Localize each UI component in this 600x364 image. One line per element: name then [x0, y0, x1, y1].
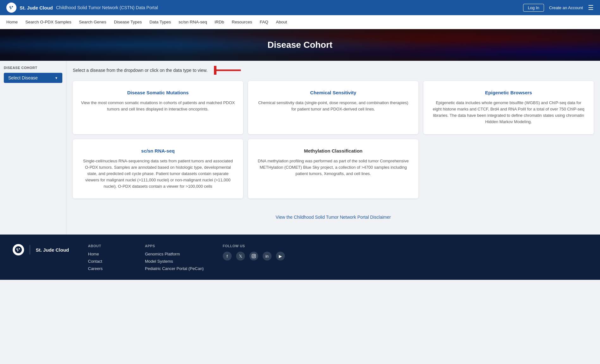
svg-point-4: [15, 246, 22, 253]
disclaimer-row: View the Childhood Solid Tumor Network P…: [73, 208, 594, 229]
hero-title: Disease Cohort: [267, 40, 332, 50]
card-epigenetic-body: Epigenetic data includes whole genome bi…: [431, 100, 586, 125]
footer-about-contact[interactable]: Contact: [88, 259, 126, 264]
footer-about-home[interactable]: Home: [88, 252, 126, 256]
main-content: DISEASE COHORT Select Disease ▼ Select a…: [0, 61, 600, 235]
sj-logo: [6, 3, 16, 13]
top-nav-right: Log In Create an Account ☰: [523, 4, 594, 12]
sidebar-section-label: DISEASE COHORT: [4, 66, 62, 70]
footer-brand-text: St. Jude Cloud: [36, 247, 69, 253]
linkedin-icon[interactable]: in: [263, 252, 272, 260]
nav-item-irdb[interactable]: iRDb: [215, 18, 224, 26]
card-methylation-title: Methylation Classification: [256, 148, 411, 154]
footer-follow-title: FOLLOW US: [223, 244, 285, 248]
nav-item-search-genes[interactable]: Search Genes: [79, 18, 106, 26]
footer-brand: St. Jude Cloud: [13, 244, 69, 255]
nav-item-scrna[interactable]: sc/sn RNA-seq: [178, 18, 207, 26]
footer: St. Jude Cloud ABOUT Home Contact Career…: [0, 235, 600, 280]
svg-point-7: [253, 255, 255, 257]
footer-apps-column: APPS Genomics Platform Model Systems Ped…: [145, 244, 204, 273]
card-somatic-body: View the most common somatic mutations i…: [80, 100, 235, 112]
card-rnaseq-title: sc/sn RNA-seq: [80, 148, 235, 154]
disclaimer-link[interactable]: View the Childhood Solid Tumor Network P…: [276, 215, 391, 220]
youtube-icon[interactable]: ▶: [276, 252, 285, 260]
nav-item-disease-types[interactable]: Disease Types: [114, 18, 142, 26]
nav-item-about[interactable]: About: [276, 18, 287, 26]
nav-item-home[interactable]: Home: [6, 18, 18, 26]
cards-grid-row1: Disease Somatic Mutations View the most …: [73, 81, 594, 134]
card-methylation[interactable]: Methylation Classification DNA methylati…: [248, 139, 418, 199]
card-somatic-title: Disease Somatic Mutations: [80, 90, 235, 95]
hamburger-menu-icon[interactable]: ☰: [588, 4, 594, 11]
facebook-icon[interactable]: f: [223, 252, 232, 260]
twitter-icon[interactable]: 𝕏: [236, 252, 245, 260]
dropdown-arrow-icon: ▼: [55, 76, 58, 80]
brand-subtitle: Childhood Solid Tumor Network (CSTN) Dat…: [56, 5, 158, 10]
instruction-text: Select a disease from the dropdown or cl…: [73, 68, 208, 73]
main-navigation: Home Search O-PDX Samples Search Genes D…: [0, 15, 600, 29]
red-arrow-indicator: [214, 66, 242, 75]
hero-banner: Disease Cohort: [0, 29, 600, 61]
svg-point-5: [19, 248, 20, 249]
card-epigenetic-title: Epigenetic Browsers: [431, 90, 586, 95]
footer-follow-column: FOLLOW US f 𝕏 in ▶: [223, 244, 285, 260]
card-somatic-mutations[interactable]: Disease Somatic Mutations View the most …: [73, 81, 243, 134]
social-icons-row: f 𝕏 in ▶: [223, 252, 285, 260]
card-rnaseq-body: Single-cell/nucleus RNA-sequencing data …: [80, 158, 235, 190]
footer-logo-icon: [13, 244, 24, 255]
instagram-icon[interactable]: [249, 252, 258, 260]
nav-item-search-opdx[interactable]: Search O-PDX Samples: [25, 18, 72, 26]
select-disease-button[interactable]: Select Disease ▼: [4, 73, 62, 83]
sidebar: DISEASE COHORT Select Disease ▼: [0, 61, 66, 235]
footer-about-careers[interactable]: Careers: [88, 266, 126, 271]
nav-item-data-types[interactable]: Data Types: [149, 18, 171, 26]
svg-point-1: [12, 6, 13, 7]
brand-name: St. Jude Cloud: [20, 5, 53, 10]
card-placeholder: [423, 139, 594, 199]
footer-brand-divider: [30, 245, 30, 254]
footer-apps-title: APPS: [145, 244, 204, 248]
card-chemical-body: Chemical sensitivity data (single-point,…: [256, 100, 411, 112]
instruction-row: Select a disease from the dropdown or cl…: [73, 66, 594, 75]
login-button[interactable]: Log In: [523, 4, 544, 12]
top-nav-left: St. Jude Cloud Childhood Solid Tumor Net…: [6, 3, 158, 13]
create-account-link[interactable]: Create an Account: [549, 5, 583, 10]
card-chemical-sensitivity[interactable]: Chemical Sensitivity Chemical sensitivit…: [248, 81, 418, 134]
card-rnaseq[interactable]: sc/sn RNA-seq Single-cell/nucleus RNA-se…: [73, 139, 243, 199]
footer-about-title: ABOUT: [88, 244, 126, 248]
nav-item-resources[interactable]: Resources: [232, 18, 252, 26]
footer-about-column: ABOUT Home Contact Careers: [88, 244, 126, 273]
svg-point-0: [8, 4, 15, 11]
svg-rect-6: [252, 254, 256, 258]
svg-point-8: [254, 255, 255, 255]
card-epigenetic-browsers[interactable]: Epigenetic Browsers Epigenetic data incl…: [423, 81, 594, 134]
footer-apps-pecan[interactable]: Pediatric Cancer Portal (PeCan): [145, 266, 204, 271]
top-navigation: St. Jude Cloud Childhood Solid Tumor Net…: [0, 0, 600, 15]
content-area: Select a disease from the dropdown or cl…: [66, 61, 600, 235]
footer-apps-genomics[interactable]: Genomics Platform: [145, 252, 204, 256]
select-disease-label: Select Disease: [8, 75, 38, 80]
cards-grid-row2: sc/sn RNA-seq Single-cell/nucleus RNA-se…: [73, 139, 594, 199]
card-chemical-title: Chemical Sensitivity: [256, 90, 411, 95]
nav-item-faq[interactable]: FAQ: [260, 18, 268, 26]
footer-apps-model-systems[interactable]: Model Systems: [145, 259, 204, 264]
card-methylation-body: DNA methylation profiling was performed …: [256, 158, 411, 177]
